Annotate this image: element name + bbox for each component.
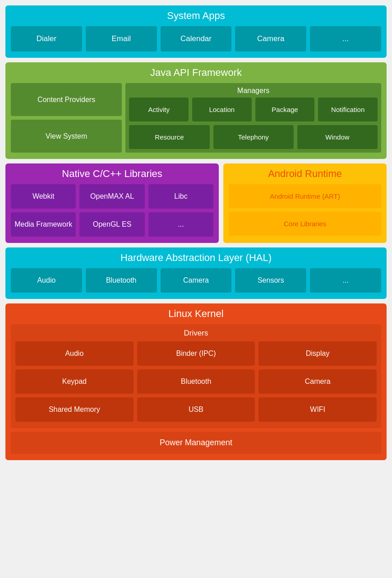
- linux-kernel-title: Linux Kernel: [11, 308, 381, 320]
- native-libs-title: Native C/C++ Libraries: [11, 168, 213, 180]
- managers-row2: Resource Telephony Window: [129, 125, 378, 149]
- list-item: Dialer: [11, 26, 82, 51]
- list-item: Package: [255, 98, 315, 121]
- drivers-row3: Shared Memory USB WIFI: [15, 397, 377, 422]
- native-libs-row1: Webkit OpenMAX AL Libc: [11, 184, 213, 209]
- list-item: USB: [137, 397, 255, 422]
- list-item: ...: [310, 26, 381, 51]
- list-item: Webkit: [11, 184, 76, 209]
- managers-title: Managers: [129, 87, 378, 95]
- view-system-cell: View System: [11, 120, 122, 153]
- list-item: Bluetooth: [86, 268, 157, 293]
- java-api-layer: Java API Framework Content Providers Vie…: [5, 62, 387, 159]
- managers-row1: Activity Location Package Notification: [129, 98, 378, 121]
- list-item: Email: [86, 26, 157, 51]
- java-left-panel: Content Providers View System: [11, 83, 122, 153]
- list-item: Telephony: [213, 125, 294, 149]
- list-item: Media Framework: [11, 212, 76, 237]
- linux-kernel-layer: Linux Kernel Drivers Audio Binder (IPC) …: [5, 303, 387, 460]
- list-item: ...: [310, 268, 381, 293]
- list-item: Camera: [258, 369, 377, 394]
- hal-row: Audio Bluetooth Camera Sensors ...: [11, 268, 381, 293]
- list-item: Binder (IPC): [137, 341, 255, 366]
- core-libraries-cell: Core Libraries: [229, 212, 381, 236]
- content-providers-cell: Content Providers: [11, 83, 122, 116]
- list-item: OpenMAX AL: [79, 184, 144, 209]
- list-item: Calendar: [161, 26, 232, 51]
- list-item: Activity: [129, 98, 189, 121]
- drivers-box: Drivers Audio Binder (IPC) Display Keypa…: [11, 324, 381, 428]
- list-item: Audio: [15, 341, 134, 366]
- android-runtime-title: Android Runtime: [229, 168, 381, 180]
- middle-row: Native C/C++ Libraries Webkit OpenMAX AL…: [5, 163, 387, 243]
- list-item: Libc: [148, 184, 213, 209]
- system-apps-layer: System Apps Dialer Email Calendar Camera…: [5, 5, 387, 58]
- hal-layer: Hardware Abstraction Layer (HAL) Audio B…: [5, 247, 387, 299]
- list-item: WIFI: [258, 397, 377, 422]
- android-runtime-layer: Android Runtime Android Runtime (ART) Co…: [223, 163, 387, 243]
- list-item: Keypad: [15, 369, 134, 394]
- hal-title: Hardware Abstraction Layer (HAL): [11, 252, 381, 264]
- list-item: Shared Memory: [15, 397, 134, 422]
- managers-box: Managers Activity Location Package Notif…: [125, 83, 381, 153]
- native-libs-layer: Native C/C++ Libraries Webkit OpenMAX AL…: [5, 163, 219, 243]
- list-item: Notification: [318, 98, 378, 121]
- list-item: Window: [297, 125, 378, 149]
- list-item: ...: [148, 212, 213, 237]
- power-management-label: Power Management: [11, 432, 381, 454]
- list-item: Resource: [129, 125, 209, 149]
- list-item: Bluetooth: [137, 369, 255, 394]
- java-api-title: Java API Framework: [11, 67, 381, 79]
- native-libs-row2: Media Framework OpenGL ES ...: [11, 212, 213, 237]
- list-item: OpenGL ES: [79, 212, 144, 237]
- android-runtime-row1: Android Runtime (ART): [229, 184, 381, 208]
- drivers-title: Drivers: [15, 329, 377, 338]
- system-apps-row: Dialer Email Calendar Camera ...: [11, 26, 381, 51]
- android-runtime-row2: Core Libraries: [229, 212, 381, 236]
- art-cell: Android Runtime (ART): [229, 184, 381, 208]
- list-item: Sensors: [235, 268, 306, 293]
- list-item: Camera: [161, 268, 232, 293]
- list-item: Location: [192, 98, 252, 121]
- list-item: Camera: [235, 26, 306, 51]
- drivers-row2: Keypad Bluetooth Camera: [15, 369, 377, 394]
- list-item: Display: [258, 341, 377, 366]
- system-apps-title: System Apps: [11, 10, 381, 22]
- drivers-row1: Audio Binder (IPC) Display: [15, 341, 377, 366]
- list-item: Audio: [11, 268, 82, 293]
